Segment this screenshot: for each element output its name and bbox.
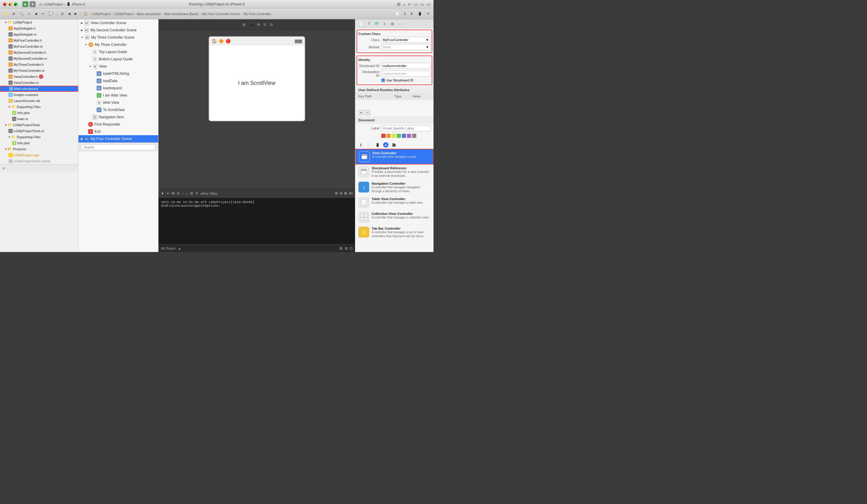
color-swatch-orange[interactable] xyxy=(386,134,390,138)
console-expand-icon[interactable]: ▲ xyxy=(178,247,181,250)
fit-btn[interactable]: ⊞ xyxy=(335,191,338,195)
nav-item-products[interactable]: ▶ 📂 Products xyxy=(0,146,78,152)
canvas-toggle-btn[interactable]: ⊟ xyxy=(241,22,247,28)
load-html[interactable]: B loadHTMLString xyxy=(78,70,158,77)
storyboard-id-input[interactable] xyxy=(381,63,430,69)
expand-triangle[interactable]: ▶ xyxy=(81,137,83,140)
nav-item-main-storyboard[interactable]: S Main.storyboard xyxy=(0,86,78,92)
nav-item-info-plist[interactable]: P Info.plist xyxy=(0,110,78,116)
lib-item-table[interactable]: Table View Controller A controller that … xyxy=(355,195,434,210)
ins-circle-icon[interactable]: ● xyxy=(383,142,388,148)
nav-item-appdelegate-m[interactable]: m AppDelegate.m xyxy=(0,31,78,37)
size-selector[interactable]: wAny hAny xyxy=(201,192,217,195)
size-icon3[interactable]: ⊡ xyxy=(264,23,266,26)
scene-second[interactable]: ▶ vc My Second Controller Scene xyxy=(78,26,158,34)
bottom-icon6[interactable]: ↕ xyxy=(186,192,188,195)
refresh-btn[interactable]: ↺ xyxy=(425,11,431,16)
color-swatch-red[interactable] xyxy=(381,134,385,138)
bc-project2[interactable]: LGMyProject xyxy=(114,12,133,16)
tab-file[interactable]: 📄 xyxy=(358,21,364,27)
trash-icon[interactable]: 🗑 xyxy=(339,246,343,250)
color-swatch-purple[interactable] xyxy=(407,134,411,138)
bc-project[interactable]: LGMyProject xyxy=(92,12,111,16)
comment-btn[interactable]: 💬 xyxy=(47,11,54,16)
add-icon[interactable]: + xyxy=(2,166,5,171)
expand-triangle[interactable]: ▼ xyxy=(89,65,92,68)
align-btn[interactable]: ⊠ xyxy=(344,191,347,195)
run-button[interactable]: ▶ xyxy=(22,1,28,7)
nav-item-appdelegate-h[interactable]: h AppDelegate.h xyxy=(0,25,78,31)
nav-item-supporting-files[interactable]: ▶ 📁 Supporting Files xyxy=(0,104,78,110)
color-swatch-green[interactable] xyxy=(397,134,401,138)
layout-icon[interactable]: ▭ xyxy=(414,2,418,7)
tab-identity[interactable]: 🪪 xyxy=(373,21,380,27)
scheme-icon[interactable]: ⊞ xyxy=(397,2,400,7)
bottom-icon5[interactable]: ↑ xyxy=(182,192,184,195)
color-swatch-blue[interactable] xyxy=(402,134,406,138)
lib-item-storyboard-ref[interactable]: Storyboard Reference Provides a placehol… xyxy=(355,164,434,180)
ins-cam-icon[interactable]: 🎥 xyxy=(390,142,398,148)
scene-three[interactable]: ▼ vc My Three Controller Scene xyxy=(78,34,158,41)
nav-fwd[interactable]: ▶ xyxy=(73,11,78,16)
nav-back[interactable]: ◀ xyxy=(66,11,72,16)
expand-triangle[interactable]: ▼ xyxy=(81,36,84,39)
tab-attributes[interactable]: ≡ xyxy=(381,21,388,27)
layout3-icon[interactable]: ▭ xyxy=(427,2,430,7)
bottom-icon2[interactable]: ↩ xyxy=(167,191,169,195)
tab-quick-help[interactable]: ? xyxy=(366,21,372,27)
nav-item-tests-supporting[interactable]: ▶ 📁 Supporting Files xyxy=(0,134,78,140)
add-attr-btn[interactable]: + xyxy=(358,110,364,115)
label-input[interactable] xyxy=(381,125,430,131)
add-btn[interactable]: ⊕ xyxy=(11,11,17,16)
nav-item-images[interactable]: A Images.xcassets xyxy=(0,92,78,98)
nav-item-mysecond-h[interactable]: h MySecondController.h xyxy=(0,50,78,55)
bottom-icon3[interactable]: ⊞ xyxy=(172,191,174,195)
expand-triangle[interactable]: ▼ xyxy=(85,43,87,46)
bc-scene[interactable]: My Four Controller Scene xyxy=(202,12,240,16)
exit-item[interactable]: ✕ Exit xyxy=(78,128,158,135)
bc-root[interactable]: 🏠 xyxy=(84,12,88,16)
nav-item-xctest[interactable]: T LGMyProjectTests.xctest xyxy=(0,158,78,164)
tab-size[interactable]: ⊞ xyxy=(389,21,396,27)
search-icon[interactable]: ⌕ xyxy=(403,2,405,7)
bottom-icon7[interactable]: ⊟ xyxy=(190,191,193,195)
load-data[interactable]: B loadData xyxy=(78,77,158,85)
editor-btn[interactable]: ⊟ xyxy=(60,11,65,16)
ins-doc-icon[interactable]: 📄 xyxy=(365,142,372,148)
lib-item-nav[interactable]: ‹ Navigation Controller A controller tha… xyxy=(355,180,434,195)
lib-item-collection[interactable]: Collection View Controller A controller … xyxy=(355,210,434,225)
scene-four[interactable]: ▶ vc My Four Controller Scene xyxy=(78,135,158,142)
stop-button[interactable]: ■ xyxy=(30,1,36,7)
bc-controller[interactable]: My Four Controller xyxy=(244,12,271,16)
nav-item-viewcontroller-m[interactable]: m ViewController.m xyxy=(0,80,78,86)
color-swatch-yellow[interactable] xyxy=(392,134,396,138)
nav-item-mysecond-m[interactable]: m MySecondController.m xyxy=(0,55,78,62)
bottom-icon1[interactable]: ▼ xyxy=(161,192,164,195)
scene-vc[interactable]: ▶ vc View Controller Scene xyxy=(78,19,158,26)
three-controller[interactable]: ▼ ● My Three Controller xyxy=(78,41,158,48)
constraint-btn[interactable]: |A| xyxy=(349,191,353,195)
close-button[interactable]: ● xyxy=(3,2,7,6)
top-layout[interactable]: ⊡ Top Layout Guide xyxy=(78,48,158,55)
maximize-button[interactable]: ● xyxy=(14,2,18,6)
lib-item-tabbar[interactable]: ⭐ Tab Bar Controller A controller that m… xyxy=(355,225,434,240)
size-icon4[interactable]: ⊟ xyxy=(270,23,272,26)
breakpoint-btn[interactable]: ◆ xyxy=(33,11,39,16)
nav-item-mythree-h[interactable]: h MyThreeController.h xyxy=(0,62,78,68)
nav-item-tests-m[interactable]: m LGMyProjectTests.m xyxy=(0,128,78,134)
nav-item-launch[interactable]: X LaunchScreen.xib xyxy=(0,98,78,104)
use-storyboard-checkbox[interactable]: ✓ xyxy=(381,78,385,82)
module-input[interactable]: None ▼ xyxy=(381,44,430,50)
back-icon[interactable]: ↩ xyxy=(408,2,411,7)
warning-btn[interactable]: ⚠ xyxy=(26,11,32,16)
doc-btn[interactable]: 📄 xyxy=(394,11,401,16)
restoration-id-input[interactable] xyxy=(381,71,430,77)
merge-icon[interactable]: ⊡ xyxy=(350,246,353,250)
nav-item-myfour-m[interactable]: m MyFourController.m xyxy=(0,43,78,50)
color-swatch-gray[interactable] xyxy=(412,134,416,138)
remove-attr-btn[interactable]: − xyxy=(365,110,371,115)
bottom-layout[interactable]: ⊡ Bottom Layout Guide xyxy=(78,55,158,63)
undo-btn[interactable]: ↩ xyxy=(40,11,46,16)
view-item[interactable]: ▼ ⊞ View xyxy=(78,63,158,70)
minimize-button[interactable]: ● xyxy=(9,2,12,6)
